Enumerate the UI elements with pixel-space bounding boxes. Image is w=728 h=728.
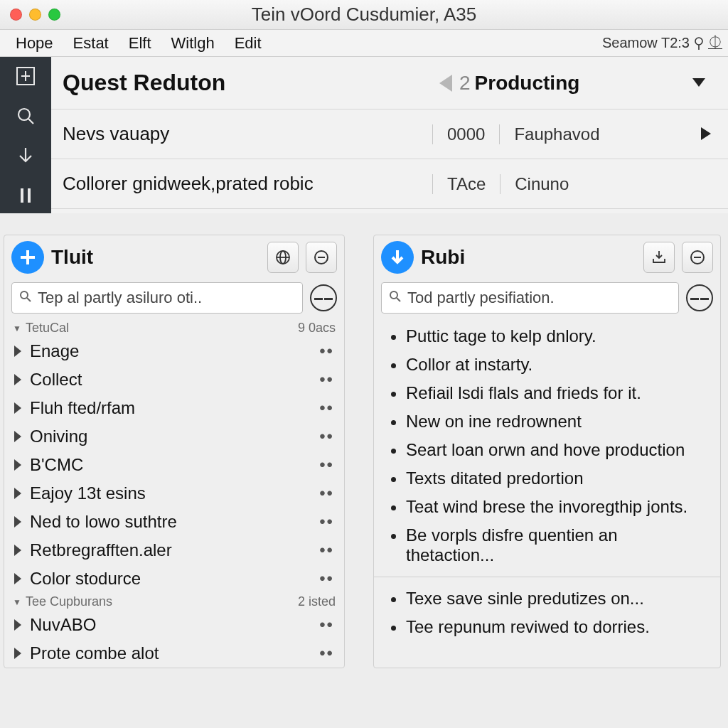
expand-icon (14, 545, 21, 556)
panel-left-globe-button[interactable] (267, 242, 299, 273)
more-icon[interactable]: •• (319, 370, 334, 390)
panel-left-header: Tluit (4, 235, 344, 279)
row-expand-arrow-icon[interactable] (701, 123, 711, 145)
list-item[interactable]: Enage•• (4, 337, 344, 365)
more-icon[interactable]: •• (319, 483, 334, 503)
more-icon[interactable]: •• (319, 540, 334, 560)
rail-search-icon[interactable] (15, 105, 36, 127)
list-item[interactable]: Fluh fted/rfam•• (4, 394, 344, 422)
row-cell-status: Fauphavod (499, 124, 614, 144)
rail-pause-icon[interactable] (15, 185, 36, 206)
menu-witlgh[interactable]: Witlgh (161, 31, 225, 55)
table-row[interactable]: Nevs vauapy 0000 Fauphavod (51, 109, 728, 159)
top-zone: Quest Reduton 2 Producting Nevs vauapy 0… (0, 57, 728, 213)
more-icon[interactable]: •• (319, 615, 334, 635)
close-window-button[interactable] (10, 9, 22, 21)
menu-edit[interactable]: Edit (225, 31, 272, 55)
bullet-icon (391, 505, 396, 510)
panel-right-bullets-2: Texe save sinle predutizes on... Tee rep… (374, 582, 720, 644)
list-item-label: Oniving (30, 427, 87, 446)
list-item[interactable]: Color stodurce•• (4, 564, 344, 593)
list-item[interactable]: Ned to lowo suthtre•• (4, 508, 344, 536)
svg-point-14 (21, 291, 28, 299)
bullet-item[interactable]: Texts ditated predortion (377, 464, 717, 493)
page-title: Quest Reduton (63, 70, 432, 96)
panel-left-minus-button[interactable] (306, 242, 337, 273)
table-row[interactable]: Collorer gnidweek,prated robic TAce Cinu… (51, 159, 728, 209)
svg-line-20 (397, 298, 400, 301)
list-item[interactable]: Eajoy 13t esins•• (4, 479, 344, 508)
list-item[interactable]: Collect•• (4, 365, 344, 394)
svg-point-2 (18, 109, 30, 120)
panel-left-list-2: NuvABO•• Prote combe alot•• (4, 611, 344, 668)
panel-left-search-row: Tep al partly asiluro oti.. (4, 279, 344, 319)
list-item-label: Fluh fted/rfam (30, 398, 135, 418)
list-item-label: B'CMC (30, 455, 83, 475)
panel-left-list-1: Enage•• Collect•• Fluh fted/rfam•• Onivi… (4, 337, 344, 593)
panel-right-minus-button[interactable] (682, 242, 713, 273)
more-icon[interactable]: •• (319, 398, 334, 418)
selector-chevron-down-icon[interactable] (692, 77, 705, 90)
status-label: Seamow T2:3 (602, 35, 690, 51)
section-header[interactable]: ▼ TetuCal 9 0acs (4, 319, 344, 337)
menu-hope[interactable]: Hope (6, 31, 63, 55)
list-item[interactable]: Retbregrafften.aler•• (4, 536, 344, 564)
bullet-item[interactable]: Be vorpls disfre quentien an thetaction.… (377, 521, 717, 569)
selector-label[interactable]: Producting (475, 72, 580, 95)
bullet-item[interactable]: Puttic tage to kelp dnlory. (377, 322, 717, 350)
bullet-item[interactable]: Tee repunum reviwed to dorries. (377, 613, 717, 641)
more-icon[interactable]: •• (319, 455, 334, 475)
prev-arrow-icon[interactable] (439, 75, 452, 92)
more-icon[interactable]: •• (319, 341, 334, 361)
list-item-label: Eajoy 13t esins (30, 483, 146, 503)
window-title: Tein vOord Cusdumier, A35 (0, 4, 728, 26)
panel-right-search-input[interactable]: Tod partly pesifiation. (381, 282, 679, 314)
panel-right-export-button[interactable] (643, 242, 675, 273)
section-count: 9 0acs (298, 321, 336, 336)
bullet-item[interactable]: Teat wind brese the invoregthip jonts. (377, 493, 717, 521)
bullet-icon (391, 449, 396, 454)
more-icon[interactable]: •• (319, 512, 334, 532)
rail-download-icon[interactable] (15, 145, 36, 166)
bullet-item[interactable]: Texe save sinle predutizes on... (377, 584, 717, 613)
panel-left-search-input[interactable]: Tep al partly asiluro oti.. (11, 282, 303, 314)
panel-left-sync-icon[interactable] (310, 284, 337, 311)
bullet-item[interactable]: Collor at instarty. (377, 350, 717, 379)
status-pin-icon (694, 37, 704, 50)
list-item-label: Retbregrafften.aler (30, 540, 172, 560)
bullet-item[interactable]: Seart loan orwn and hove production (377, 436, 717, 464)
expand-icon (14, 459, 21, 471)
expand-icon (14, 619, 21, 631)
list-item-label: Collect (30, 370, 82, 390)
list-item-label: Enage (30, 341, 79, 361)
bullet-icon (391, 392, 396, 397)
bullet-icon (391, 363, 396, 368)
row-cell-status: Cinuno (500, 174, 583, 194)
list-item[interactable]: NuvABO•• (4, 611, 344, 639)
list-item[interactable]: Prote combe alot•• (4, 639, 344, 668)
panel-right-sync-icon[interactable] (686, 284, 713, 311)
panel-left-badge-icon[interactable] (11, 241, 44, 274)
bullet-text: New on ine redrownent (406, 412, 582, 432)
bullet-text: Puttic tage to kelp dnlory. (406, 326, 596, 346)
section-label: TetuCal (26, 321, 69, 336)
bullet-item[interactable]: Refiail lsdi flals and frieds for it. (377, 379, 717, 407)
menu-estat[interactable]: Estat (63, 31, 119, 55)
list-item[interactable]: B'CMC•• (4, 451, 344, 479)
menu-elft[interactable]: Elft (119, 31, 161, 55)
more-icon[interactable]: •• (319, 427, 334, 446)
top-header-table: Quest Reduton 2 Producting Nevs vauapy 0… (51, 57, 728, 213)
list-item[interactable]: Oniving•• (4, 422, 344, 451)
panel-right-header: Rubi (374, 235, 720, 279)
search-placeholder: Tod partly pesifiation. (407, 289, 555, 307)
more-icon[interactable]: •• (319, 643, 334, 663)
section-header[interactable]: ▼ Tee Cupburans 2 isted (4, 593, 344, 611)
rail-add-icon[interactable] (15, 65, 36, 87)
more-icon[interactable]: •• (319, 569, 334, 589)
bullet-item[interactable]: New on ine redrownent (377, 407, 717, 436)
bullet-text: Collor at instarty. (406, 355, 532, 375)
maximize-window-button[interactable] (48, 9, 60, 21)
bullet-icon (391, 477, 396, 482)
minimize-window-button[interactable] (29, 9, 41, 21)
panel-right-badge-icon[interactable] (381, 241, 414, 274)
